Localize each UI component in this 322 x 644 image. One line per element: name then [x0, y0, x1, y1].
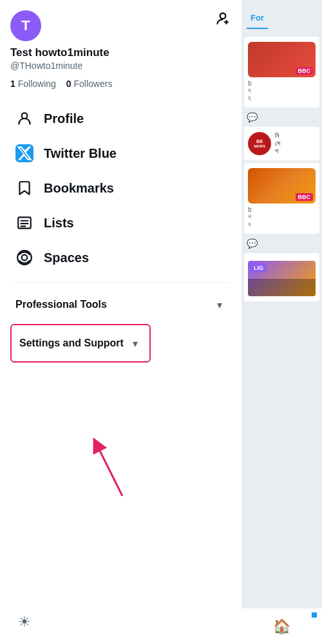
spaces-icon [15, 249, 33, 267]
person-icon [15, 109, 33, 128]
svg-point-3 [22, 113, 28, 118]
right-feed-panel: For BBC b ব হ 💬 BB NEWS [242, 0, 322, 644]
bottom-nav-bar: 🏠 [242, 608, 322, 644]
avatar: T [10, 10, 41, 41]
user-name: Test howto1minute [10, 46, 231, 59]
bottom-icons-bar: ☀ [10, 605, 231, 644]
feed-item-1: BBC b ব হ [244, 37, 319, 108]
feed-item-lig: LIG [244, 253, 319, 301]
lists-label: Lists [44, 216, 74, 231]
comment-icon-2[interactable]: 💬 [243, 236, 321, 251]
settings-support-highlight-box: Settings and Support ▾ [10, 324, 151, 363]
user-handle: @THowto1minute [10, 61, 231, 71]
nav-item-bookmarks[interactable]: Bookmarks [10, 171, 231, 205]
bbc-avatar: BB NEWS [248, 132, 271, 155]
feed-item-2: BBC b প ব [244, 163, 319, 234]
professional-tools-label: Professional Tools [15, 299, 107, 310]
notification-dot [312, 612, 317, 618]
annotation-arrow [84, 431, 148, 502]
home-icon[interactable]: 🏠 [273, 618, 290, 635]
feed-list: BBC b ব হ 💬 BB NEWS নি সে [242, 37, 322, 301]
settings-support-container: Settings and Support ▾ [10, 324, 231, 363]
nav-item-profile[interactable]: Profile [10, 102, 231, 135]
followers-count[interactable]: 0 Followers [66, 79, 113, 89]
feed-tab-area: For [242, 0, 322, 34]
feed-item-bbc: BB NEWS নি সে শ [244, 127, 319, 160]
add-account-button[interactable] [214, 10, 231, 29]
professional-tools-section[interactable]: Professional Tools ▾ [10, 290, 231, 319]
twitter-blue-label: Twitter Blue [44, 146, 117, 161]
spaces-label: Spaces [44, 251, 89, 265]
nav-item-spaces[interactable]: Spaces [10, 241, 231, 274]
settings-support-label: Settings and Support [19, 337, 124, 349]
nav-item-twitter-blue[interactable]: Twitter Blue [10, 137, 231, 170]
nav-item-lists[interactable]: Lists [10, 206, 231, 240]
display-settings-icon[interactable]: ☀ [15, 613, 33, 631]
twitter-blue-icon [15, 144, 33, 162]
profile-label: Profile [44, 111, 84, 126]
professional-tools-chevron: ▾ [213, 298, 226, 311]
city-image: LIG [248, 261, 316, 296]
svg-line-9 [97, 444, 122, 496]
settings-support-chevron: ▾ [129, 337, 142, 350]
following-count[interactable]: 1 Following [10, 79, 56, 89]
bookmarks-label: Bookmarks [44, 181, 114, 196]
follow-stats: 1 Following 0 Followers [10, 79, 231, 89]
nav-list: Profile Twitter Blue Bookmarks [10, 102, 231, 274]
svg-point-8 [22, 255, 28, 261]
feed-tab-for-you[interactable]: For [247, 8, 268, 29]
list-icon [15, 214, 33, 232]
comment-icon-1[interactable]: 💬 [243, 110, 321, 124]
drawer-panel: T Test howto1minute @THowto1minute 1 Fol… [0, 0, 242, 644]
svg-point-0 [220, 13, 226, 19]
bookmark-icon [15, 179, 33, 197]
section-divider [10, 282, 231, 283]
settings-support-section[interactable]: Settings and Support ▾ [19, 332, 142, 355]
